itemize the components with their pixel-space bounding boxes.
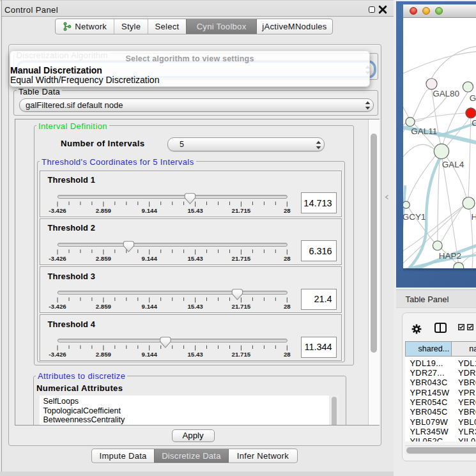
svg-text:2.859: 2.859 (95, 254, 111, 261)
svg-text:21.715: 21.715 (231, 303, 250, 310)
svg-text:15.43: 15.43 (187, 351, 203, 358)
svg-text:28: 28 (284, 254, 291, 261)
svg-text:9.144: 9.144 (141, 303, 157, 310)
svg-text:15.43: 15.43 (187, 206, 203, 213)
svg-text:15.43: 15.43 (187, 303, 203, 310)
svg-text:2.859: 2.859 (95, 206, 111, 213)
svg-text:21.715: 21.715 (231, 206, 250, 213)
svg-text:GCY1: GCY1 (403, 212, 426, 222)
svg-text:21.715: 21.715 (231, 351, 250, 358)
svg-text:9.144: 9.144 (141, 351, 157, 358)
svg-text:-3.426: -3.426 (49, 303, 66, 310)
svg-text:-3.426: -3.426 (49, 206, 66, 213)
svg-text:C: C (472, 118, 476, 128)
svg-text:28: 28 (284, 351, 291, 358)
svg-text:-3.426: -3.426 (49, 254, 66, 261)
svg-text:H: H (471, 212, 475, 222)
svg-text:GAL11: GAL11 (411, 126, 437, 135)
svg-text:-3.426: -3.426 (49, 351, 66, 358)
svg-text:28: 28 (284, 303, 291, 310)
svg-text:28: 28 (284, 206, 291, 213)
svg-text:GAL4: GAL4 (442, 160, 464, 169)
svg-text:9.144: 9.144 (141, 206, 157, 213)
svg-text:HAP2: HAP2 (439, 251, 461, 261)
svg-text:GAL80: GAL80 (433, 88, 459, 98)
svg-text:2.859: 2.859 (95, 303, 111, 310)
svg-text:21.715: 21.715 (231, 254, 250, 261)
svg-text:15.43: 15.43 (187, 254, 203, 261)
svg-text:9.144: 9.144 (141, 254, 157, 261)
svg-text:2.859: 2.859 (95, 351, 111, 358)
svg-text:GA: GA (469, 93, 475, 102)
